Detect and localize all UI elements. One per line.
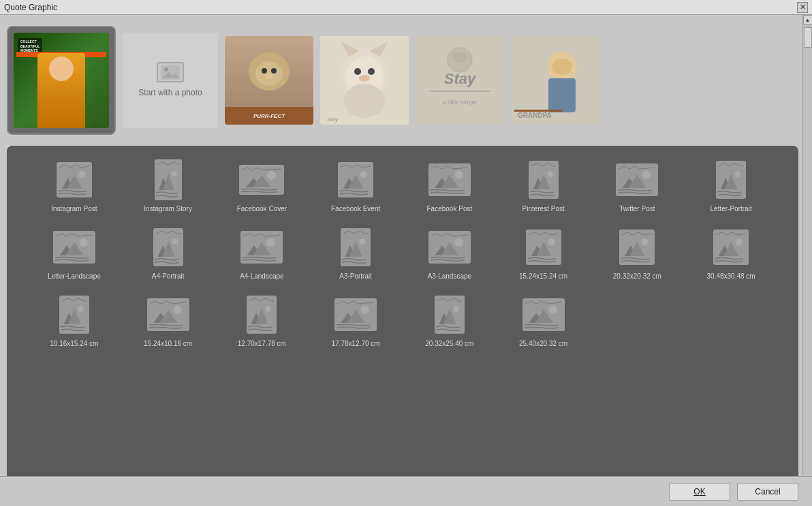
format-item-facebook-cover[interactable]: Facebook Cover xyxy=(215,159,309,213)
format-icon-instagram-post xyxy=(50,159,98,200)
format-item-letter-landscape[interactable]: Letter-Landscape xyxy=(27,227,121,281)
format-svg-20x25 xyxy=(435,296,465,334)
format-svg-a4-portrait xyxy=(153,228,183,266)
svg-point-95 xyxy=(735,238,742,245)
format-svg-a3-landscape xyxy=(428,231,471,264)
format-icon-15x10 xyxy=(144,294,192,335)
format-icon-facebook-cover xyxy=(238,159,285,200)
format-svg-pinterest-post xyxy=(529,161,559,199)
svg-point-99 xyxy=(78,306,84,312)
svg-point-47 xyxy=(360,171,366,178)
format-label-facebook-post: Facebook Post xyxy=(427,204,473,213)
format-item-instagram-post[interactable]: Instagram Post xyxy=(27,159,121,213)
template-preview-fox[interactable]: Stay xyxy=(320,36,409,125)
bottom-bar: OK Cancel xyxy=(0,476,812,506)
scrollbar[interactable]: ▲ ▼ xyxy=(802,15,812,506)
svg-text:a little longer: a little longer xyxy=(442,99,477,106)
svg-text:Stay: Stay xyxy=(444,70,477,87)
format-icon-17x12 xyxy=(332,294,379,335)
format-item-a3-landscape[interactable]: A3-Landscape xyxy=(403,227,497,281)
cat-image-area xyxy=(225,36,313,107)
format-icon-letter-portrait xyxy=(707,159,755,200)
format-icon-20x20 xyxy=(613,227,661,268)
format-svg-instagram-post xyxy=(57,162,92,197)
template-preview-grandpa[interactable]: GRANDPA xyxy=(511,36,599,125)
start-with-photo-button[interactable]: Start with a photo xyxy=(123,33,218,128)
format-label-20x20: 20.32x20.32 cm xyxy=(613,272,661,281)
photo-child-figure xyxy=(37,53,85,128)
format-icon-facebook-event xyxy=(332,159,379,200)
format-label-pinterest-post: Pinterest Post xyxy=(522,204,564,213)
format-icon-a3-landscape xyxy=(426,227,473,268)
format-item-17x12[interactable]: 17.78x12.70 cm xyxy=(309,294,403,348)
format-icon-20x25 xyxy=(426,294,473,335)
svg-point-25 xyxy=(453,52,467,63)
cat-bar: PURR-FECT xyxy=(225,107,313,125)
svg-point-15 xyxy=(354,68,361,75)
format-label-twitter-post: Twitter Post xyxy=(619,204,655,213)
format-item-a3-portrait[interactable]: A3-Portrait xyxy=(309,227,403,281)
format-icon-instagram-story xyxy=(144,159,192,200)
format-item-20x25[interactable]: 20.32x25.40 cm xyxy=(403,294,497,348)
svg-point-79 xyxy=(359,238,365,244)
format-item-letter-portrait[interactable]: Letter-Portrait xyxy=(684,159,778,213)
svg-point-119 xyxy=(548,306,557,314)
format-item-30x30[interactable]: 30.48x30.48 cm xyxy=(684,227,778,281)
format-item-twitter-post[interactable]: Twitter Post xyxy=(591,159,685,213)
format-icon-twitter-post xyxy=(613,159,661,200)
scroll-up-arrow[interactable]: ▲ xyxy=(803,15,813,25)
format-item-15x10[interactable]: 15.24x10.16 cm xyxy=(121,294,215,348)
svg-point-75 xyxy=(267,238,275,247)
format-svg-twitter-post xyxy=(616,163,658,196)
format-icon-facebook-post xyxy=(426,159,473,200)
cat-svg xyxy=(242,48,296,95)
format-panel: Instagram Post Instagram Story Faceboo xyxy=(7,146,798,499)
format-item-20x20[interactable]: 20.32x20.32 cm xyxy=(591,227,685,281)
svg-point-8 xyxy=(271,68,277,74)
format-svg-25x20 xyxy=(522,298,565,331)
format-svg-facebook-event xyxy=(338,162,373,197)
format-item-10x15[interactable]: 10.16x15.24 cm xyxy=(27,294,121,348)
format-icon-25x20 xyxy=(520,294,567,335)
template-preview-cat[interactable]: PURR-FECT xyxy=(225,36,313,125)
svg-point-103 xyxy=(173,306,181,314)
format-item-facebook-post[interactable]: Facebook Post xyxy=(403,159,497,213)
cancel-button[interactable]: Cancel xyxy=(737,483,798,501)
format-item-15x15[interactable]: 15.24x15.24 cm xyxy=(497,227,591,281)
format-label-a4-portrait: A4-Portrait xyxy=(152,272,185,281)
svg-point-29 xyxy=(552,59,572,75)
content-area: COLLECT BEAUTIFUL MOMENTS BEAUTIFUL xyxy=(0,15,812,506)
format-label-a4-landscape: A4-Landscape xyxy=(240,272,284,281)
format-label-a3-landscape: A3-Landscape xyxy=(428,272,472,281)
format-item-facebook-event[interactable]: Facebook Event xyxy=(309,159,403,213)
format-label-instagram-post: Instagram Post xyxy=(51,204,97,213)
format-item-25x20[interactable]: 25.40x20.32 cm xyxy=(497,294,591,348)
svg-point-87 xyxy=(548,238,555,245)
format-item-instagram-story[interactable]: Instagram Story xyxy=(121,159,215,213)
close-button[interactable]: ✕ xyxy=(797,2,808,13)
svg-point-71 xyxy=(172,238,178,244)
format-item-12x17[interactable]: 12.70x17.78 cm xyxy=(215,294,309,348)
template-preview-stay[interactable]: Stay a little longer xyxy=(416,36,504,125)
format-item-a4-landscape[interactable]: A4-Landscape xyxy=(215,227,309,281)
format-icon-10x15 xyxy=(50,294,98,335)
format-icon-letter-landscape xyxy=(50,227,98,268)
ok-button[interactable]: OK xyxy=(669,483,730,501)
format-item-a4-portrait[interactable]: A4-Portrait xyxy=(121,227,215,281)
svg-point-35 xyxy=(78,171,85,178)
format-svg-letter-landscape xyxy=(53,231,95,264)
format-label-letter-portrait: Letter-Portrait xyxy=(710,204,752,213)
format-icon-a4-portrait xyxy=(144,227,192,268)
format-grid: Instagram Post Instagram Story Faceboo xyxy=(27,159,778,348)
scroll-thumb[interactable] xyxy=(804,27,812,48)
svg-point-7 xyxy=(262,68,267,74)
svg-text:Stay: Stay xyxy=(327,116,339,123)
svg-rect-28 xyxy=(548,78,576,112)
format-label-letter-landscape: Letter-Landscape xyxy=(48,272,101,281)
format-svg-12x17 xyxy=(247,296,277,334)
format-svg-letter-portrait xyxy=(716,161,746,199)
selected-template[interactable]: COLLECT BEAUTIFUL MOMENTS BEAUTIFUL xyxy=(7,26,116,135)
photo-head xyxy=(49,57,74,81)
format-item-pinterest-post[interactable]: Pinterest Post xyxy=(497,159,591,213)
svg-rect-22 xyxy=(429,91,490,92)
